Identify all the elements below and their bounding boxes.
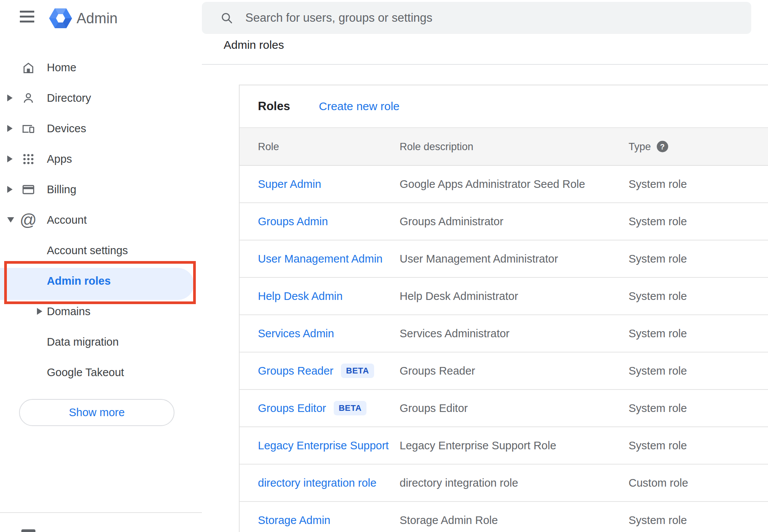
column-header-type-label: Type [629,141,651,152]
sidebar-item-label: Admin roles [47,275,111,287]
role-description-cell: Google Apps Administrator Seed Role [400,178,585,191]
sidebar-item-label: Domains [47,305,90,318]
sidebar-item-label: Billing [47,183,76,196]
sidebar: Admin HomeDirectoryDevicesAppsBilling@Ac… [0,0,202,532]
role-link[interactable]: Services Admin [258,327,334,340]
role-description-cell: User Management Administrator [400,253,558,265]
table-row-directory-integration-role: directory integration roledirectory inte… [240,465,768,502]
sidebar-item-label: Account settings [47,244,128,257]
role-link[interactable]: Groups Reader [258,365,333,377]
sidebar-item-billing[interactable]: Billing [0,174,202,205]
roles-title: Roles [258,99,290,113]
role-link[interactable]: User Management Admin [258,253,382,265]
role-cell: directory integration role [258,477,376,489]
role-type-cell: System role [629,439,687,452]
sidebar-item-devices[interactable]: Devices [0,113,202,144]
roles-card: Roles Create new role Role Role descript… [239,85,768,532]
role-type-cell: System role [629,514,687,527]
role-type-cell: System role [629,253,687,265]
role-cell: Groups Admin [258,215,328,228]
role-type-cell: System role [629,290,687,303]
table-row-legacy-enterprise-support: Legacy Enterprise SupportLegacy Enterpri… [240,427,768,465]
expand-arrow-icon[interactable] [7,95,13,101]
role-cell: User Management Admin [258,253,382,265]
table-row-groups-reader: Groups ReaderBETAGroups ReaderSystem rol… [240,353,768,390]
sidebar-item-label: Apps [47,153,72,165]
role-description-cell: Legacy Enterprise Support Role [400,439,556,452]
clipped-bottom-icon [21,529,35,532]
roles-table-body: Super AdminGoogle Apps Administrator See… [240,166,768,532]
home-icon [21,60,35,75]
sidebar-item-label: Home [47,61,76,74]
show-more-button[interactable]: Show more [19,399,174,426]
sidebar-nav: HomeDirectoryDevicesAppsBilling@AccountA… [0,52,202,388]
table-row-groups-editor: Groups EditorBETAGroups EditorSystem rol… [240,390,768,427]
role-type-cell: System role [629,178,687,191]
sidebar-item-directory[interactable]: Directory [0,83,202,113]
role-description-cell: Groups Editor [400,402,468,415]
role-description-cell: Storage Admin Role [400,514,498,527]
role-cell: Groups ReaderBETA [258,364,374,378]
table-row-services-admin: Services AdminServices AdministratorSyst… [240,315,768,353]
search-input[interactable]: Search for users, groups or settings [202,2,751,34]
role-description-cell: Services Administrator [400,327,510,340]
beta-badge: BETA [341,364,374,378]
role-link[interactable]: Storage Admin [258,514,330,527]
table-row-user-management-admin: User Management AdminUser Management Adm… [240,240,768,278]
expand-arrow-icon[interactable] [7,125,13,132]
expand-arrow-icon[interactable] [7,155,13,162]
sidebar-item-account[interactable]: @Account [0,205,202,235]
role-link[interactable]: Super Admin [258,178,321,191]
person-icon [21,91,35,105]
sidebar-item-home[interactable]: Home [0,52,202,83]
sidebar-bottom-divider [0,512,202,513]
role-link[interactable]: Help Desk Admin [258,290,342,303]
column-header-type: Type ? [629,141,668,152]
role-cell: Services Admin [258,327,334,340]
column-header-role-description: Role description [400,141,474,152]
apps-icon [21,152,35,166]
beta-badge: BETA [334,401,366,415]
sidebar-item-label: Google Takeout [47,366,124,379]
table-row-help-desk-admin: Help Desk AdminHelp Desk AdministratorSy… [240,278,768,315]
table-header-row: Role Role description Type ? [240,127,768,166]
sidebar-item-admin-roles[interactable]: Admin roles [0,266,202,296]
sidebar-item-google-takeout[interactable]: Google Takeout [0,357,202,388]
role-link[interactable]: Legacy Enterprise Support [258,439,389,452]
collapse-arrow-icon[interactable] [7,217,14,223]
sidebar-item-label: Data migration [47,336,119,348]
search-icon [220,11,234,25]
sidebar-item-data-migration[interactable]: Data migration [0,327,202,357]
sidebar-item-apps[interactable]: Apps [0,144,202,174]
help-question-icon[interactable]: ? [657,141,668,152]
role-link[interactable]: directory integration role [258,477,376,489]
create-new-role-link[interactable]: Create new role [319,100,400,113]
role-link[interactable]: Groups Admin [258,215,328,228]
role-description-cell: Groups Reader [400,365,475,377]
expand-arrow-icon[interactable] [37,308,42,315]
table-row-groups-admin: Groups AdminGroups AdministratorSystem r… [240,203,768,240]
role-cell: Storage Admin [258,514,330,527]
page-title: Admin roles [224,38,284,51]
table-row-storage-admin: Storage AdminStorage Admin RoleSystem ro… [240,502,768,532]
devices-icon [21,121,35,136]
role-type-cell: System role [629,215,687,228]
sidebar-item-account-settings[interactable]: Account settings [0,235,202,266]
at-icon: @ [21,213,35,227]
role-type-cell: System role [629,365,687,377]
search-placeholder: Search for users, groups or settings [245,11,432,25]
sidebar-item-label: Directory [47,92,91,104]
role-link[interactable]: Groups Editor [258,402,326,415]
role-cell: Super Admin [258,178,321,191]
expand-arrow-icon[interactable] [7,186,13,193]
menu-hamburger-icon[interactable] [20,11,34,26]
admin-logo-icon [48,6,73,30]
role-type-cell: System role [629,402,687,415]
sidebar-item-label: Account [47,214,87,226]
role-cell: Groups EditorBETA [258,401,366,415]
role-type-cell: Custom role [629,477,688,489]
role-type-cell: System role [629,327,687,340]
role-description-cell: Groups Administrator [400,215,503,228]
sidebar-item-domains[interactable]: Domains [0,296,202,327]
app-name: Admin [77,8,118,28]
